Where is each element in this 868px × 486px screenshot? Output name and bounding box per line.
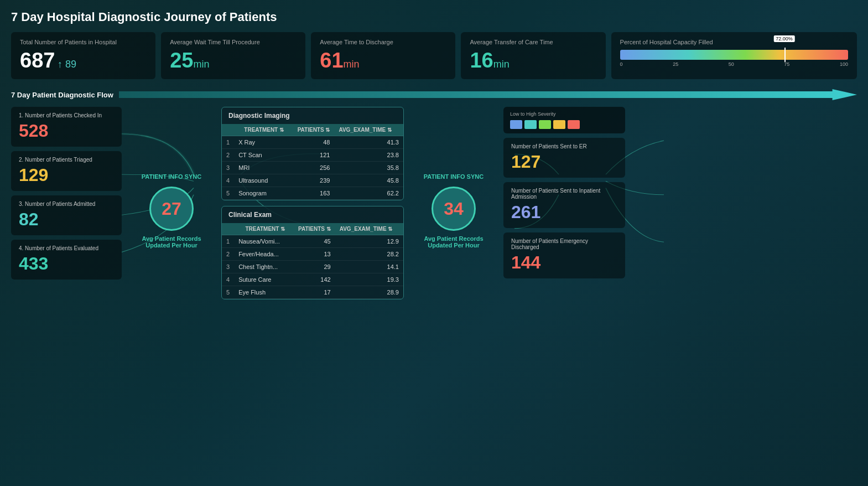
kpi-total-value: 687 ↑ 89	[20, 49, 147, 73]
kpi-total-label: Total Number of Patients in Hospital	[20, 39, 147, 45]
severity-title: Low to High Severity	[510, 111, 618, 117]
diagnostic-imaging-header-row: TREATMENT ⇅ PATIENTS ⇅ AVG_EXAM_TIME ⇅	[222, 124, 403, 136]
table-row: 3Chest Tightn...2914.1	[222, 261, 403, 273]
stat-inpatient-label: Number of Patients Sent to Inpatient Adm…	[511, 188, 617, 200]
clinical-exam-title: Clinical Exam	[222, 206, 403, 223]
stat-triaged-label: 2. Number of Patients Triaged	[19, 157, 114, 163]
stat-er-label: Number of Patients Sent to ER	[511, 143, 617, 149]
capacity-marker: 72.00%	[784, 48, 786, 62]
stat-inpatient: Number of Patients Sent to Inpatient Adm…	[503, 182, 625, 228]
stat-admitted-label: 3. Number of Patients Admitted	[19, 201, 114, 207]
tables-center: Diagnostic Imaging TREATMENT ⇅ PATIENTS …	[221, 107, 404, 299]
kpi-transfer-value: 16min	[470, 49, 596, 73]
col-treatment: TREATMENT ⇅	[234, 223, 289, 235]
table-row: 2CT Scan12123.8	[222, 149, 403, 162]
left-sync-label: Avg Patient RecordsUpdated Per Hour	[142, 235, 201, 249]
right-sync: PATIENT INFO SYNC 34 Avg Patient Records…	[404, 107, 503, 249]
table-row: 2Fever/Heada...1328.2	[222, 248, 403, 261]
kpi-row: Total Number of Patients in Hospital 687…	[11, 32, 857, 79]
stat-checked: 1. Number of Patients Checked In 528	[11, 107, 122, 147]
flow-body: 1. Number of Patients Checked In 528 2. …	[11, 107, 857, 299]
severity-box	[568, 120, 580, 129]
capacity-tooltip: 72.00%	[773, 35, 795, 42]
col-treatment: TREATMENT ⇅	[234, 124, 288, 136]
capacity-bar: 72.00% 0 25 50 75 100	[620, 50, 848, 67]
right-sync-title: PATIENT INFO SYNC	[424, 173, 484, 180]
clinical-exam-header-row: TREATMENT ⇅ PATIENTS ⇅ AVG_EXAM_TIME ⇅	[222, 223, 403, 235]
diagnostic-imaging-body: 1X Ray4841.32CT Scan12123.83MRI25635.84U…	[222, 136, 403, 200]
table-row: 5Eye Flush1728.9	[222, 286, 403, 299]
diagnostic-imaging-card: Diagnostic Imaging TREATMENT ⇅ PATIENTS …	[221, 107, 404, 200]
stat-evaluated-label: 4. Number of Patients Evaluated	[19, 245, 114, 251]
left-sync-title: PATIENT INFO SYNC	[142, 173, 201, 180]
col-patients: PATIENTS ⇅	[289, 223, 335, 235]
kpi-capacity: Percent of Hospital Capacity Filled 72.0…	[611, 32, 857, 79]
stat-evaluated: 4. Number of Patients Evaluated 433	[11, 240, 122, 280]
kpi-wait-label: Average Wait Time Till Procedure	[170, 39, 297, 45]
diagnostic-imaging-title: Diagnostic Imaging	[222, 107, 403, 124]
flow-header: 7 Day Patient Diagnostic Flow	[11, 88, 857, 101]
stat-checked-value: 528	[19, 121, 114, 141]
left-sync: PATIENT INFO SYNC 27 Avg Patient Records…	[122, 107, 221, 249]
stat-triaged: 2. Number of Patients Triaged 129	[11, 151, 122, 191]
diagnostic-imaging-table: TREATMENT ⇅ PATIENTS ⇅ AVG_EXAM_TIME ⇅ 1…	[222, 124, 403, 200]
severity-box	[553, 120, 565, 129]
right-sync-label: Avg Patient RecordsUpdated Per Hour	[424, 235, 483, 249]
kpi-capacity-label: Percent of Hospital Capacity Filled	[620, 39, 848, 45]
left-sync-circle: 27	[149, 187, 194, 231]
table-row: 1X Ray4841.3	[222, 136, 403, 149]
flow-title: 7 Day Patient Diagnostic Flow	[11, 91, 113, 99]
col-avg-exam: AVG_EXAM_TIME ⇅	[335, 223, 403, 235]
col-num	[222, 223, 234, 235]
kpi-discharge-value: 61min	[320, 49, 446, 73]
table-row: 1Nausea/Vomi...4512.9	[222, 235, 403, 248]
kpi-avg-transfer: Average Transfer of Care Time 16min	[461, 32, 605, 79]
stat-emergency-discharged: Number of Patients Emergency Discharged …	[503, 232, 625, 278]
col-num	[222, 124, 234, 136]
severity-box	[524, 120, 537, 129]
stat-admitted-value: 82	[19, 209, 114, 230]
stat-emergency-value: 144	[511, 252, 617, 273]
severity-box	[510, 120, 522, 129]
kpi-total-patients: Total Number of Patients in Hospital 687…	[11, 32, 155, 79]
severity-legend: Low to High Severity	[503, 107, 625, 133]
kpi-avg-discharge: Average Time to Discharge 61min	[311, 32, 455, 79]
flow-section: 7 Day Patient Diagnostic Flow	[11, 88, 857, 299]
page-title: 7 Day Hospital Diagnostic Journey of Pat…	[11, 10, 857, 24]
capacity-labels: 0 25 50 75 100	[620, 61, 848, 67]
col-avg-exam: AVG_EXAM_TIME ⇅	[334, 124, 403, 136]
stat-emergency-label: Number of Patients Emergency Discharged	[511, 238, 617, 250]
stat-admitted: 3. Number of Patients Admitted 82	[11, 195, 122, 235]
left-stats: 1. Number of Patients Checked In 528 2. …	[11, 107, 122, 280]
kpi-avg-wait: Average Wait Time Till Procedure 25min	[161, 32, 305, 79]
stat-er-value: 127	[511, 152, 617, 172]
right-sync-circle: 34	[432, 187, 476, 231]
table-row: 4Suture Care14219.3	[222, 273, 403, 286]
table-row: 5Sonogram16362.2	[222, 187, 403, 200]
stat-triaged-value: 129	[19, 165, 114, 185]
col-patients: PATIENTS ⇅	[288, 124, 334, 136]
clinical-exam-card: Clinical Exam TREATMENT ⇅ PATIENTS ⇅ AVG…	[221, 206, 404, 299]
kpi-wait-value: 25min	[170, 49, 297, 73]
capacity-track: 72.00%	[620, 50, 848, 60]
right-stats: Low to High Severity Number of Patients …	[503, 107, 625, 278]
clinical-exam-body: 1Nausea/Vomi...4512.92Fever/Heada...1328…	[222, 235, 403, 299]
severity-box	[539, 120, 551, 129]
kpi-discharge-label: Average Time to Discharge	[320, 39, 446, 45]
clinical-exam-table: TREATMENT ⇅ PATIENTS ⇅ AVG_EXAM_TIME ⇅ 1…	[222, 223, 403, 299]
main-page: 7 Day Hospital Diagnostic Journey of Pat…	[0, 0, 868, 486]
table-row: 3MRI25635.8	[222, 162, 403, 174]
stat-evaluated-value: 433	[19, 254, 114, 274]
kpi-transfer-label: Average Transfer of Care Time	[470, 39, 596, 45]
svg-marker-0	[119, 89, 857, 100]
stat-inpatient-value: 261	[511, 202, 617, 223]
flow-arrow	[119, 88, 857, 101]
table-row: 4Ultrasound23945.8	[222, 174, 403, 187]
stat-checked-label: 1. Number of Patients Checked In	[19, 112, 114, 118]
severity-boxes	[510, 120, 618, 129]
stat-er: Number of Patients Sent to ER 127	[503, 138, 625, 178]
